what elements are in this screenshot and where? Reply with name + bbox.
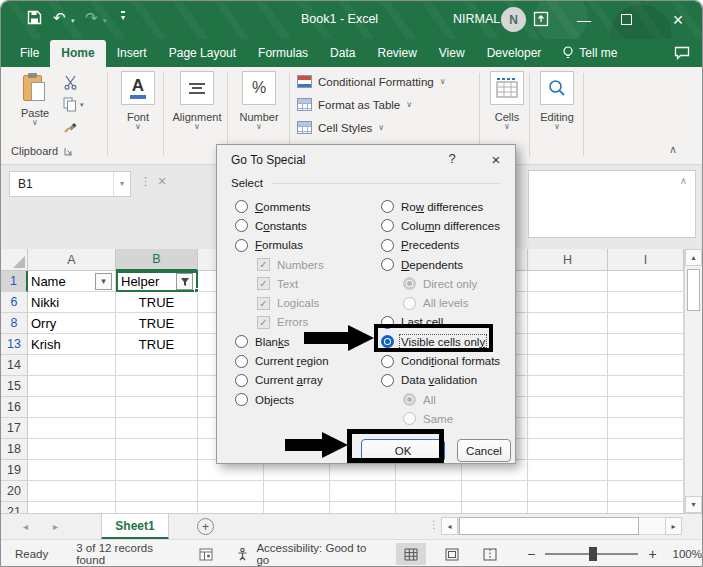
cut-button[interactable]: [63, 75, 78, 90]
cell-a13[interactable]: Krish: [28, 334, 116, 355]
option-current-region[interactable]: Current region: [235, 351, 329, 370]
cell[interactable]: [28, 397, 116, 418]
radio-comments[interactable]: [235, 200, 248, 213]
option-data-validation[interactable]: Data validation: [381, 371, 500, 390]
view-page-break-icon[interactable]: [475, 543, 505, 565]
option-dependents[interactable]: Dependents: [381, 255, 500, 274]
filter-dropdown-icon[interactable]: ▾: [95, 273, 112, 290]
hscroll-thumb[interactable]: [459, 517, 639, 535]
minimize-button[interactable]: —: [569, 5, 599, 35]
maximize-button[interactable]: [621, 14, 632, 25]
redo-button[interactable]: ↷: [85, 10, 98, 25]
radio-row-differences[interactable]: [381, 200, 394, 213]
zoom-out-icon[interactable]: −: [527, 546, 535, 562]
col-header-h[interactable]: H: [528, 249, 608, 271]
formula-bar-input[interactable]: ∧: [528, 170, 696, 238]
copy-button[interactable]: ▾: [63, 97, 84, 112]
cell[interactable]: [608, 460, 684, 481]
cell[interactable]: [528, 334, 608, 355]
cell[interactable]: [608, 397, 684, 418]
radio-current-array[interactable]: [235, 374, 248, 387]
tab-view[interactable]: View: [428, 40, 476, 67]
tab-developer[interactable]: Developer: [476, 40, 553, 67]
font-group-button[interactable]: A Font ∨: [115, 71, 161, 131]
option-conditional-formats[interactable]: Conditional formats: [381, 351, 500, 370]
view-page-layout-icon[interactable]: [438, 543, 468, 565]
ribbon-display-options-icon[interactable]: [533, 11, 549, 27]
clipboard-dialog-launcher-icon[interactable]: [64, 147, 73, 156]
undo-button[interactable]: ↶: [53, 10, 66, 25]
cell[interactable]: [462, 481, 528, 502]
vertical-scrollbar[interactable]: ▴ ▾: [684, 249, 702, 513]
dialog-help-button[interactable]: ?: [441, 151, 463, 166]
tab-data[interactable]: Data: [319, 40, 366, 67]
cell-b13[interactable]: TRUE: [116, 334, 198, 355]
avatar[interactable]: N: [501, 7, 526, 32]
radio-blanks[interactable]: [235, 335, 248, 348]
undo-dropdown-icon[interactable]: ▾: [71, 17, 75, 25]
tab-home[interactable]: Home: [50, 40, 105, 67]
row-header-13[interactable]: 13: [1, 334, 28, 355]
cell-b8[interactable]: TRUE: [116, 313, 198, 334]
radio-precedents[interactable]: [381, 239, 394, 252]
row-header-14[interactable]: 14: [1, 355, 28, 376]
cell[interactable]: [28, 460, 116, 481]
cell[interactable]: [608, 313, 684, 334]
radio-data-validation[interactable]: [381, 374, 394, 387]
cell[interactable]: [528, 481, 608, 502]
save-icon[interactable]: [27, 10, 42, 25]
status-accessibility[interactable]: Accessibility: Good to go: [256, 542, 373, 566]
close-button[interactable]: ×: [663, 5, 693, 35]
cell[interactable]: [528, 460, 608, 481]
formula-bar-grip-icon[interactable]: ⋮: [140, 175, 151, 188]
redo-dropdown-icon[interactable]: ▾: [103, 17, 107, 25]
format-as-table-button[interactable]: Format as Table ∨: [297, 98, 412, 111]
row-header-1[interactable]: 1: [1, 271, 28, 292]
cell[interactable]: [116, 376, 198, 397]
cell[interactable]: [264, 481, 330, 502]
col-header-b[interactable]: B: [116, 249, 198, 271]
radio-objects[interactable]: [235, 393, 248, 406]
cell[interactable]: [116, 418, 198, 439]
option-formulas[interactable]: Formulas: [235, 236, 329, 255]
cell[interactable]: [528, 313, 608, 334]
cell[interactable]: [28, 376, 116, 397]
name-box-dropdown-icon[interactable]: ▾: [113, 172, 130, 196]
sheet-nav-right-icon[interactable]: ▸: [53, 521, 58, 532]
zoom-slider-thumb[interactable]: [589, 547, 597, 561]
cell[interactable]: [28, 355, 116, 376]
accessibility-icon[interactable]: [235, 547, 250, 561]
cell[interactable]: [116, 481, 198, 502]
select-all-corner[interactable]: [1, 249, 28, 271]
cell[interactable]: [528, 439, 608, 460]
zoom-slider[interactable]: [545, 553, 638, 555]
filter-applied-icon[interactable]: [176, 273, 193, 290]
radio-formulas[interactable]: [235, 239, 248, 252]
cell-a1[interactable]: Name ▾: [28, 271, 116, 292]
cell[interactable]: [528, 418, 608, 439]
formula-cancel-icon[interactable]: ×: [158, 173, 166, 189]
tab-file[interactable]: File: [9, 40, 50, 67]
radio-dependents[interactable]: [381, 258, 394, 271]
paste-button[interactable]: Paste ∨: [13, 73, 57, 127]
option-row-differences[interactable]: Row differences: [381, 197, 500, 216]
tab-page-layout[interactable]: Page Layout: [158, 40, 247, 67]
cell[interactable]: [28, 481, 116, 502]
alignment-group-button[interactable]: Alignment ∨: [169, 71, 225, 131]
cell[interactable]: [116, 397, 198, 418]
format-painter-button[interactable]: [63, 119, 78, 134]
radio-constants[interactable]: [235, 219, 248, 232]
option-current-array[interactable]: Current array: [235, 371, 329, 390]
tab-insert[interactable]: Insert: [106, 40, 158, 67]
cancel-button[interactable]: Cancel: [457, 439, 511, 462]
cell-a6[interactable]: Nikki: [28, 292, 116, 313]
dialog-close-button[interactable]: ×: [485, 151, 507, 168]
radio-column-differences[interactable]: [381, 219, 394, 232]
view-normal-icon[interactable]: [396, 543, 426, 565]
fill-handle[interactable]: [194, 288, 199, 293]
cell[interactable]: [528, 271, 608, 292]
sheet-tab-sheet1[interactable]: Sheet1: [101, 514, 169, 540]
comments-icon[interactable]: [674, 46, 690, 67]
cell[interactable]: [116, 439, 198, 460]
cell[interactable]: [528, 376, 608, 397]
